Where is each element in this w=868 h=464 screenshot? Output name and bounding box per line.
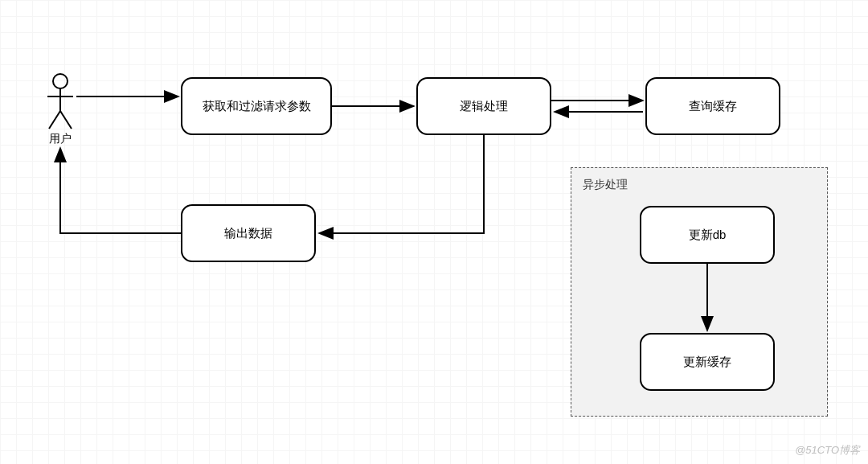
node-logic: 逻辑处理 <box>416 77 551 135</box>
svg-line-3 <box>49 111 60 129</box>
watermark: @51CTO博客 <box>795 443 860 458</box>
node-update-cache: 更新缓存 <box>640 333 775 391</box>
arrow-logic-to-output <box>319 135 484 233</box>
node-filter-params: 获取和过滤请求参数 <box>181 77 332 135</box>
node-label: 输出数据 <box>224 226 272 241</box>
node-label: 更新缓存 <box>683 355 731 370</box>
arrow-output-to-user <box>60 148 181 233</box>
node-label: 获取和过滤请求参数 <box>203 99 311 114</box>
node-query-cache: 查询缓存 <box>645 77 780 135</box>
actor-label: 用户 <box>49 132 72 146</box>
node-label: 查询缓存 <box>689 99 737 114</box>
actor-user: 用户 <box>44 72 76 146</box>
group-async-label: 异步处理 <box>583 178 628 192</box>
node-update-db: 更新db <box>640 206 775 264</box>
svg-line-4 <box>60 111 72 129</box>
actor-icon <box>44 72 76 130</box>
svg-point-0 <box>53 74 68 88</box>
node-label: 更新db <box>689 228 727 243</box>
node-output-data: 输出数据 <box>181 204 316 262</box>
node-label: 逻辑处理 <box>460 99 508 114</box>
